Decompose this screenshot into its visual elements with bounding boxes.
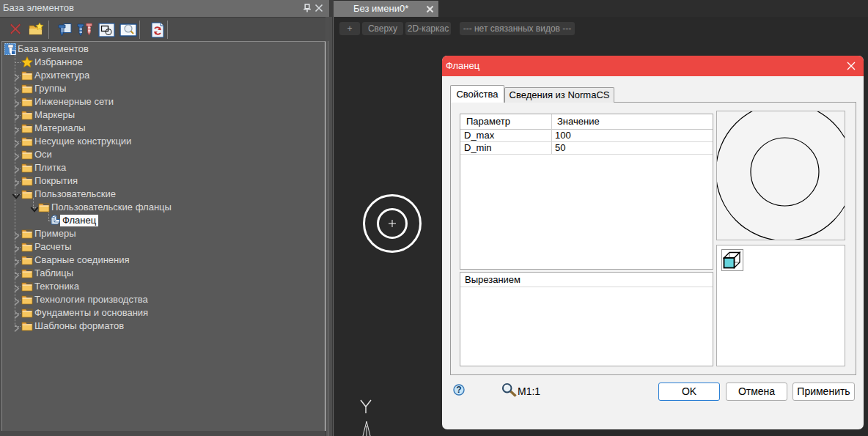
- svg-text:?: ?: [456, 385, 461, 395]
